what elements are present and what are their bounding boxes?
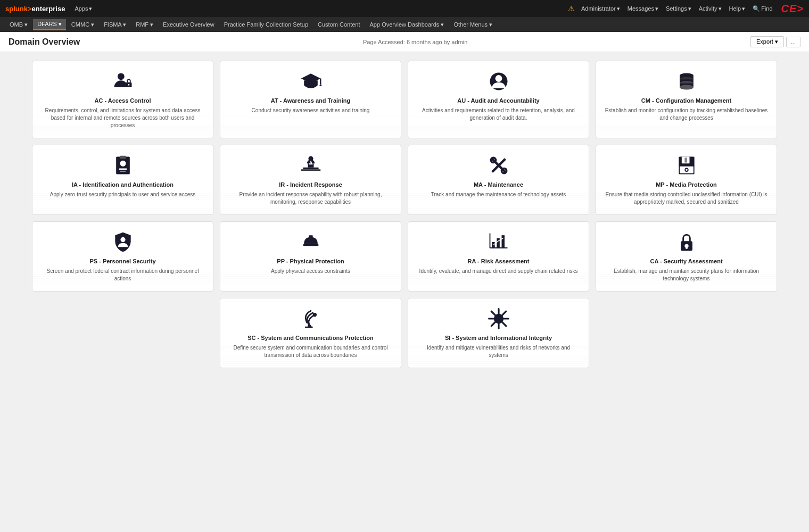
card-ca-title: CA - Security Assessment (650, 258, 722, 264)
svg-point-2 (128, 84, 129, 86)
top-bar: splunk>enterprise Apps ▾ ⚠ Administrator… (0, 0, 809, 17)
messages-menu[interactable]: Messages ▾ (624, 4, 662, 13)
page-actions: Export ▾ ... (750, 36, 800, 47)
card-ps-title: PS - Personnel Security (89, 258, 155, 264)
more-button[interactable]: ... (786, 37, 800, 47)
nav-app-overview[interactable]: App Overview Dashboards ▾ (366, 20, 449, 30)
card-pp-desc: Apply physical access constraints (271, 268, 350, 275)
card-ir-title: IR - Incident Response (279, 181, 342, 188)
page-meta: Page Accessed: 6 months ago by admin (363, 39, 467, 45)
svg-rect-19 (120, 171, 126, 172)
card-ra[interactable]: RA - Risk Assessment Identify, evaluate,… (408, 221, 589, 292)
card-au-desc: Activities and requirements related to t… (417, 107, 580, 122)
card-ma[interactable]: MA - Maintenance Track and manage the ma… (408, 145, 589, 215)
svg-rect-38 (303, 244, 318, 246)
svg-line-59 (502, 311, 506, 315)
cards-row-1: AC - Access Control Requirements, contro… (32, 61, 777, 138)
svg-line-60 (491, 322, 495, 326)
card-at-desc: Conduct security awareness activities an… (252, 107, 370, 114)
svg-rect-43 (501, 235, 505, 248)
svg-line-57 (491, 311, 495, 315)
svg-point-36 (686, 169, 688, 171)
card-mp-desc: Ensure that media storing controlled unc… (605, 191, 768, 206)
svg-point-5 (319, 85, 321, 87)
card-ac-title: AC - Access Control (95, 97, 151, 104)
nav-omb[interactable]: OMB ▾ (5, 20, 32, 30)
svg-point-17 (120, 161, 126, 167)
card-ca-desc: Establish, manage and maintain security … (605, 268, 768, 282)
card-ra-title: RA - Risk Assessment (468, 258, 530, 264)
settings-menu[interactable]: Settings ▾ (663, 4, 695, 13)
svg-rect-48 (686, 246, 688, 249)
svg-line-58 (502, 322, 506, 326)
card-pp-title: PP - Physical Protection (277, 258, 344, 264)
svg-rect-51 (305, 327, 313, 328)
card-cm-title: CM - Configuration Management (641, 97, 731, 104)
card-ac[interactable]: AC - Access Control Requirements, contro… (32, 61, 213, 138)
nav-fisma[interactable]: FISMA ▾ (100, 20, 130, 30)
cards-row-4: SC - System and Communications Protectio… (32, 298, 777, 368)
card-au[interactable]: AU - Audit and Accountability Activities… (408, 61, 589, 138)
secondary-nav: OMB ▾ DFARS ▾ CMMC ▾ FISMA ▾ RMF ▾ Execu… (0, 17, 809, 32)
apps-menu[interactable]: Apps ▾ (71, 4, 95, 13)
nav-practice-family[interactable]: Practice Family Collection Setup (220, 20, 312, 29)
card-si-desc: Identify and mitigate vulnerabilities an… (417, 344, 580, 359)
card-ma-desc: Track and manage the maintenance of tech… (431, 191, 566, 198)
help-menu[interactable]: Help ▾ (726, 4, 749, 13)
alert-icon: ⚠ (568, 4, 575, 13)
card-si-title: SI - System and Informational Integrity (445, 335, 552, 341)
activity-menu[interactable]: Activity ▾ (696, 4, 725, 13)
svg-rect-42 (497, 238, 500, 248)
svg-text:!: ! (310, 162, 311, 164)
svg-rect-21 (303, 168, 318, 170)
card-au-title: AU - Audit and Accountability (457, 97, 539, 104)
svg-rect-22 (301, 169, 320, 171)
splunk-logo: splunk>enterprise (5, 5, 65, 13)
card-cm-desc: Establish and monitor configuration by t… (605, 107, 768, 122)
card-ac-desc: Requirements, control, and limitations f… (41, 107, 204, 129)
export-button[interactable]: Export ▾ (750, 36, 784, 47)
find-button[interactable]: 🔍 Find (749, 4, 775, 13)
page-title: Domain Overview (9, 37, 80, 47)
card-ir[interactable]: ! IR - Incident Response Provide an inci… (220, 145, 401, 215)
card-sc-desc: Define secure system and communication b… (229, 344, 392, 359)
ce-logo: CE> (781, 3, 804, 15)
page-header: Domain Overview Page Accessed: 6 months … (0, 32, 809, 52)
svg-point-14 (680, 85, 694, 89)
card-ir-desc: Provide an incident response capability … (229, 191, 392, 206)
admin-menu[interactable]: Administrator ▾ (578, 4, 623, 13)
nav-custom-content[interactable]: Custom Content (313, 20, 364, 29)
main-content: AC - Access Control Requirements, contro… (0, 52, 809, 383)
card-ps-desc: Screen and protect federal contract info… (41, 268, 204, 282)
card-mp-title: MP - Media Protection (656, 181, 717, 188)
svg-rect-33 (684, 157, 687, 162)
card-ca[interactable]: CA - Security Assessment Establish, mana… (596, 221, 777, 292)
card-mp[interactable]: MP - Media Protection Ensure that media … (596, 145, 777, 215)
card-sc-title: SC - System and Communications Protectio… (247, 335, 374, 341)
svg-point-7 (495, 75, 502, 82)
nav-cmmc[interactable]: CMMC ▾ (67, 20, 98, 30)
nav-other-menus[interactable]: Other Menus ▾ (449, 20, 497, 30)
nav-dfars[interactable]: DFARS ▾ (33, 19, 66, 30)
card-cm[interactable]: CM - Configuration Management Establish … (596, 61, 777, 138)
svg-rect-18 (119, 169, 127, 170)
card-sc[interactable]: SC - System and Communications Protectio… (220, 298, 401, 368)
card-ia-title: IA - Identification and Authentication (72, 181, 174, 188)
svg-rect-39 (309, 235, 312, 238)
card-pp[interactable]: PP - Physical Protection Apply physical … (220, 221, 401, 292)
nav-rmf[interactable]: RMF ▾ (131, 20, 158, 30)
svg-point-0 (117, 73, 124, 80)
card-ia-desc: Apply zero-trust security principals to … (50, 191, 195, 198)
card-ps[interactable]: PS - Personnel Security Screen and prote… (32, 221, 213, 292)
nav-executive-overview[interactable]: Executive Overview (159, 20, 219, 29)
card-si[interactable]: SI - System and Informational Integrity … (408, 298, 589, 368)
svg-rect-16 (120, 156, 126, 159)
cards-row-2: IA - Identification and Authentication A… (32, 145, 777, 215)
top-bar-left: splunk>enterprise Apps ▾ (5, 4, 95, 13)
card-ma-title: MA - Maintenance (474, 181, 523, 188)
card-ia[interactable]: IA - Identification and Authentication A… (32, 145, 213, 215)
card-ra-desc: Identify, evaluate, and manage direct an… (419, 268, 578, 275)
svg-point-37 (120, 237, 125, 242)
card-at[interactable]: AT - Awareness and Training Conduct secu… (220, 61, 401, 138)
card-at-title: AT - Awareness and Training (271, 97, 351, 104)
